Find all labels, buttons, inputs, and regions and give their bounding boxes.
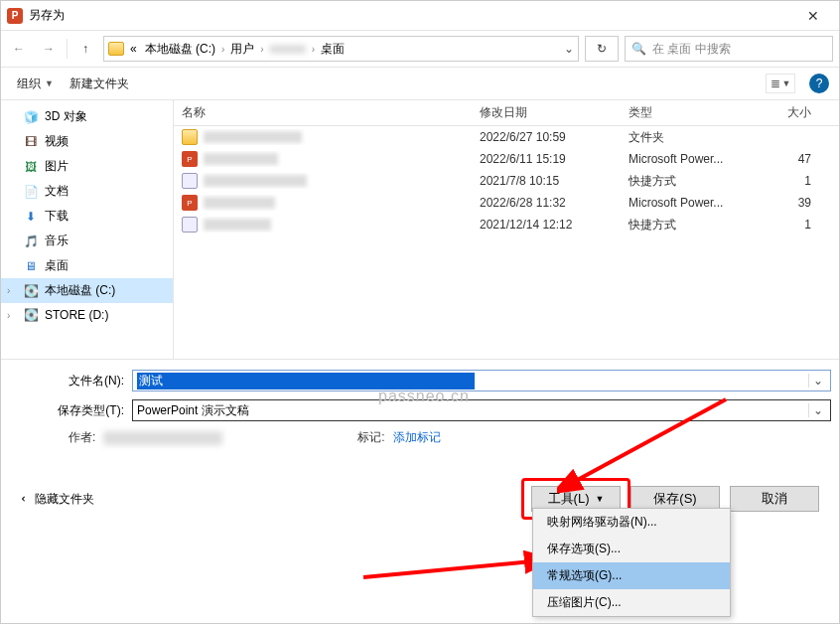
sidebar-item-icon: ⬇	[23, 209, 39, 225]
file-name-redacted	[204, 197, 275, 209]
breadcrumb[interactable]: 本地磁盘 (C:)	[143, 41, 217, 58]
title-bar: P 另存为 ✕	[1, 1, 839, 31]
sidebar-item-icon: 🖥	[23, 258, 39, 274]
save-type-select[interactable]: PowerPoint 演示文稿 ⌄	[132, 399, 831, 421]
address-dropdown-icon[interactable]: ⌄	[564, 42, 574, 56]
file-date: 2022/6/28 11:32	[472, 196, 621, 210]
file-name-redacted	[204, 131, 302, 143]
menu-item[interactable]: 常规选项(G)...	[533, 562, 730, 589]
file-type: Microsoft Power...	[621, 152, 760, 166]
cancel-button[interactable]: 取消	[730, 486, 819, 512]
file-type: Microsoft Power...	[621, 196, 760, 210]
file-row[interactable]: 2021/7/8 10:15快捷方式1	[174, 170, 839, 192]
sidebar-item-label: 视频	[45, 133, 69, 150]
file-row[interactable]: P2022/6/11 15:19Microsoft Power...47	[174, 148, 839, 170]
file-type: 快捷方式	[621, 217, 760, 234]
chevron-down-icon[interactable]: ⌄	[808, 403, 826, 417]
sidebar-item[interactable]: 📄文档	[1, 179, 173, 204]
help-icon[interactable]: ?	[809, 74, 829, 93]
sidebar-item-label: STORE (D:)	[45, 308, 108, 322]
sidebar-item[interactable]: ›💽STORE (D:)	[1, 303, 173, 327]
sidebar-item-icon: 🎵	[23, 234, 39, 249]
menu-item[interactable]: 保存选项(S)...	[533, 536, 730, 562]
refresh-button[interactable]: ↻	[585, 36, 619, 62]
sidebar-item[interactable]: 🖼图片	[1, 154, 173, 179]
search-icon: 🔍	[631, 42, 646, 56]
file-date: 2022/6/11 15:19	[472, 152, 621, 166]
tag-add-link[interactable]: 添加标记	[393, 429, 441, 446]
filename-label: 文件名(N):	[9, 373, 132, 390]
sidebar-item-label: 本地磁盘 (C:)	[45, 282, 115, 299]
menu-item[interactable]: 压缩图片(C)...	[533, 589, 730, 616]
organize-button[interactable]: 组织▼	[11, 72, 60, 96]
search-input[interactable]: 🔍 在 桌面 中搜索	[625, 36, 833, 62]
column-name[interactable]: 名称	[174, 104, 472, 121]
sidebar-item[interactable]: ⬇下载	[1, 204, 173, 229]
file-date: 2021/12/14 12:12	[472, 218, 621, 232]
tag-label: 标记:	[357, 429, 384, 446]
new-folder-button[interactable]: 新建文件夹	[64, 72, 135, 96]
nav-back-button[interactable]: ←	[7, 37, 31, 61]
shortcut-icon	[182, 217, 198, 233]
powerpoint-file-icon: P	[182, 151, 198, 167]
filename-input[interactable]: 测试 ⌄	[132, 370, 831, 391]
breadcrumb[interactable]: 桌面	[319, 41, 347, 58]
breadcrumb[interactable]: 用户	[228, 41, 256, 58]
file-size: 39	[760, 196, 819, 210]
file-row[interactable]: P2022/6/28 11:32Microsoft Power...39	[174, 192, 839, 214]
file-type: 文件夹	[621, 129, 760, 146]
sidebar-item-label: 3D 对象	[45, 108, 87, 125]
chevron-down-icon: ▼	[595, 494, 604, 504]
save-type-value: PowerPoint 演示文稿	[137, 402, 808, 419]
file-row[interactable]: 2021/12/14 12:12快捷方式1	[174, 214, 839, 235]
close-button[interactable]: ✕	[793, 8, 833, 24]
sidebar: 🧊3D 对象🎞视频🖼图片📄文档⬇下载🎵音乐🖥桌面›💽本地磁盘 (C:)›💽STO…	[1, 100, 174, 359]
tools-menu: 映射网络驱动器(N)...保存选项(S)...常规选项(G)...压缩图片(C)…	[532, 508, 731, 617]
chevron-right-icon: ›	[260, 44, 263, 55]
sidebar-item-icon: 💽	[23, 283, 39, 299]
file-date: 2022/6/27 10:59	[472, 130, 621, 144]
author-value-redacted[interactable]	[103, 431, 222, 445]
sidebar-item[interactable]: 🎵音乐	[1, 229, 173, 253]
file-row[interactable]: 2022/6/27 10:59文件夹	[174, 126, 839, 148]
view-mode-button[interactable]: ≣▼	[766, 74, 795, 93]
sidebar-item-icon: 📄	[23, 184, 39, 200]
save-type-label: 保存类型(T):	[9, 402, 132, 419]
chevron-down-icon[interactable]: ⌄	[808, 374, 826, 388]
sidebar-item-label: 图片	[45, 158, 69, 175]
breadcrumb-prefix: «	[128, 42, 139, 56]
breadcrumb-redacted[interactable]: xxxxxx	[268, 42, 308, 56]
sidebar-item-label: 文档	[45, 183, 69, 200]
sidebar-item[interactable]: 🖥桌面	[1, 253, 173, 278]
sidebar-item[interactable]: 🧊3D 对象	[1, 104, 173, 129]
folder-icon	[108, 42, 124, 56]
sidebar-item-label: 下载	[45, 208, 69, 225]
chevron-icon: ⌄	[19, 494, 33, 504]
svg-line-1	[363, 561, 532, 577]
save-form: passneo.cn 文件名(N): 测试 ⌄ 保存类型(T): PowerPo…	[1, 359, 839, 532]
sidebar-item[interactable]: ›💽本地磁盘 (C:)	[1, 278, 173, 303]
sidebar-item-label: 音乐	[45, 233, 69, 249]
sidebar-item-icon: 💽	[23, 307, 39, 323]
nav-forward-button: →	[37, 37, 61, 61]
sidebar-item-icon: 🎞	[23, 134, 39, 150]
menu-item[interactable]: 映射网络驱动器(N)...	[533, 509, 730, 536]
powerpoint-file-icon: P	[182, 195, 198, 211]
sidebar-item-icon: 🧊	[23, 109, 39, 125]
file-name-redacted	[204, 219, 271, 231]
expand-icon[interactable]: ›	[7, 310, 10, 321]
toolbar: 组织▼ 新建文件夹 ≣▼ ?	[1, 67, 839, 100]
shortcut-icon	[182, 173, 198, 189]
column-date[interactable]: 修改日期	[472, 104, 621, 121]
folder-icon	[182, 129, 198, 145]
file-list: 名称 修改日期 类型 大小 2022/6/27 10:59文件夹P2022/6/…	[174, 100, 839, 359]
nav-up-button[interactable]: ↑	[73, 37, 97, 61]
chevron-right-icon: ›	[221, 44, 224, 55]
expand-icon[interactable]: ›	[7, 285, 10, 296]
file-name-redacted	[204, 153, 278, 165]
column-size[interactable]: 大小	[760, 104, 819, 121]
sidebar-item[interactable]: 🎞视频	[1, 129, 173, 154]
hide-folders-toggle[interactable]: ⌄ 隐藏文件夹	[21, 491, 94, 508]
column-type[interactable]: 类型	[621, 104, 760, 121]
address-bar[interactable]: « 本地磁盘 (C:) › 用户 › xxxxxx › 桌面 ⌄	[103, 36, 579, 62]
